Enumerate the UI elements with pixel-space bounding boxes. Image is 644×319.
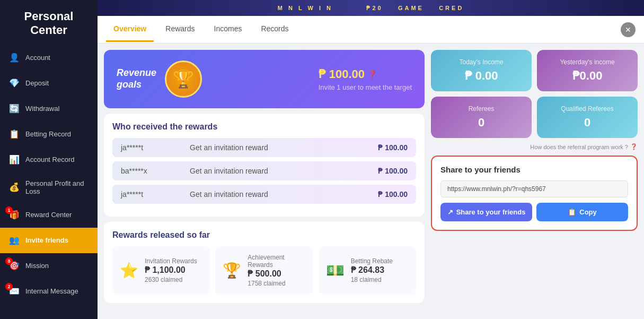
reward-card-claimed: 18 claimed [351, 276, 393, 283]
info-icon: ❓ [368, 70, 377, 79]
sidebar-item-internal-message[interactable]: 2✉️Internal Message [0, 279, 98, 304]
sidebar-label-account-record: Account Record [25, 156, 75, 163]
sidebar-label-betting-record: Betting Record [25, 130, 71, 138]
sidebar-item-reward-center[interactable]: 1🎁Reward Center [0, 202, 98, 228]
icon-account-record: 📊 [8, 154, 20, 166]
reward-card-label: Invitation Rewards [145, 257, 197, 265]
sidebar-label-internal-message: Internal Message [25, 287, 78, 295]
tab-records[interactable]: Records [253, 17, 296, 42]
ref-cards: Referees 0 Qualified Referees 0 [431, 97, 638, 138]
reward-card-claimed: 1758 claimed [248, 280, 305, 287]
rewards-rows: ja*****t Get an invitation reward ₱ 100.… [112, 138, 416, 204]
ref-card-referees: Referees 0 [431, 97, 532, 138]
sidebar-item-account-record[interactable]: 📊Account Record [0, 147, 98, 173]
sidebar-label-withdrawal: Withdrawal [25, 105, 59, 113]
sidebar-label-deposit: Deposit [25, 79, 49, 87]
icon-withdrawal: 🔄 [8, 103, 20, 115]
trophy-icon: 🏆 [165, 61, 202, 98]
left-column: Revenue goals 🏆 ₱ 100.00 ❓ Invite 1 user… [104, 50, 425, 303]
sidebar-label-personal-profit: Personal Profit and Loss [25, 179, 89, 195]
tab-rewards[interactable]: Rewards [158, 17, 202, 42]
share-buttons: ↗ Share to your friends 📋 Copy [440, 203, 628, 221]
reward-card-value: ₱ 264.83 [351, 265, 393, 275]
referral-link-text: How does the referral program work ? [530, 144, 628, 150]
copy-icon: 📋 [568, 208, 576, 216]
rewards-released-section: Rewards released so far ⭐ Invitation Rew… [104, 222, 425, 303]
invite-text: Invite 1 user to meet the target [319, 83, 412, 91]
reward-released-card-0: ⭐ Invitation Rewards ₱ 1,100.00 2630 cla… [112, 246, 210, 295]
ref-label: Referees [469, 105, 495, 113]
revenue-goals-card: Revenue goals 🏆 ₱ 100.00 ❓ Invite 1 user… [104, 50, 425, 108]
reward-released-card-2: 💵 Betting Rebate ₱ 264.83 18 claimed [319, 246, 416, 295]
revenue-title: Revenue goals [117, 67, 156, 90]
ref-card-qualified: Qualified Referees 0 [537, 97, 638, 138]
reward-card-info-1: Achievement Rewards ₱ 500.00 1758 claime… [248, 254, 305, 287]
reward-action: Get an invitation reward [190, 143, 378, 152]
reward-card-value: ₱ 500.00 [248, 269, 305, 279]
badge-internal-message: 2 [5, 283, 13, 290]
sidebar-label-invite-friends: Invite friends [25, 236, 68, 244]
table-row: ba*****x Get an invitation reward ₱ 100.… [112, 161, 416, 180]
icon-account: 👤 [8, 52, 20, 64]
reward-card-icon-0: ⭐ [120, 262, 138, 279]
banner-text: M N L W I N ₱20 GAME CRED [278, 5, 464, 12]
income-value: ₱0.00 [572, 69, 603, 83]
tab-overview[interactable]: Overview [106, 17, 154, 42]
badge-mission: 8 [5, 257, 13, 265]
referral-info-icon: ❓ [630, 143, 638, 150]
sidebar-navigation: 👤Account💎Deposit🔄Withdrawal📋Betting Reco… [0, 45, 98, 319]
ref-label: Qualified Referees [561, 105, 613, 113]
revenue-value: ₱ 100.00 [319, 67, 365, 81]
close-button[interactable]: ✕ [621, 22, 636, 37]
income-card-today: Today's Income ₱ 0.00 [431, 50, 532, 91]
sidebar-label-account: Account [25, 54, 50, 62]
badge-reward-center: 1 [5, 206, 13, 214]
reward-card-info-0: Invitation Rewards ₱ 1,100.00 2630 claim… [145, 257, 197, 283]
reward-amount: ₱ 100.00 [378, 167, 408, 175]
reward-cards: ⭐ Invitation Rewards ₱ 1,100.00 2630 cla… [112, 246, 416, 295]
reward-action: Get an invitation reward [190, 190, 378, 199]
reward-card-info-2: Betting Rebate ₱ 264.83 18 claimed [351, 257, 393, 283]
sidebar-item-personal-profit[interactable]: 💰Personal Profit and Loss [0, 173, 98, 202]
reward-card-icon-2: 💵 [326, 262, 345, 279]
reward-card-icon-1: 🏆 [223, 262, 241, 279]
sidebar-label-mission: Mission [25, 262, 49, 270]
top-banner: M N L W I N ₱20 GAME CRED [98, 0, 644, 16]
share-friends-button[interactable]: ↗ Share to your friends [440, 203, 532, 221]
sidebar-label-reward-center: Reward Center [25, 211, 72, 219]
sidebar-item-invite-friends[interactable]: 👥Invite friends [0, 228, 98, 253]
income-card-yesterday: Yesterday's income ₱0.00 [537, 50, 638, 91]
reward-card-value: ₱ 1,100.00 [145, 265, 197, 275]
table-row: ja*****t Get an invitation reward ₱ 100.… [112, 185, 416, 204]
income-label: Yesterday's income [560, 58, 614, 66]
sidebar-item-deposit[interactable]: 💎Deposit [0, 71, 98, 96]
reward-amount: ₱ 100.00 [378, 190, 408, 199]
share-icon: ↗ [447, 208, 453, 216]
rewards-heading: Who received the rewards [112, 122, 416, 132]
sidebar-item-mission[interactable]: 8🎯Mission [0, 253, 98, 279]
sidebar-title: Personal Center [0, 0, 98, 45]
sidebar-item-betting-record[interactable]: 📋Betting Record [0, 122, 98, 147]
reward-user: ba*****x [121, 167, 190, 175]
share-btn-label: Share to your friends [456, 208, 526, 216]
sidebar-item-account[interactable]: 👤Account [0, 45, 98, 71]
icon-betting-record: 📋 [8, 128, 20, 140]
copy-button[interactable]: 📋 Copy [536, 203, 628, 221]
table-row: ja*****t Get an invitation reward ₱ 100.… [112, 138, 416, 157]
reward-released-card-1: 🏆 Achievement Rewards ₱ 500.00 1758 clai… [215, 246, 313, 295]
icon-personal-profit: 💰 [8, 182, 20, 193]
reward-card-label: Betting Rebate [351, 257, 393, 265]
content-area: Revenue goals 🏆 ₱ 100.00 ❓ Invite 1 user… [98, 44, 644, 309]
rewards-section: Who received the rewards ja*****t Get an… [104, 114, 425, 217]
right-column: Today's Income ₱ 0.00 Yesterday's income… [431, 50, 638, 303]
referral-program-link[interactable]: How does the referral program work ? ❓ [431, 143, 638, 150]
reward-user: ja*****t [121, 143, 190, 152]
reward-card-label: Achievement Rewards [248, 254, 305, 269]
sidebar-item-withdrawal[interactable]: 🔄Withdrawal [0, 96, 98, 122]
reward-card-claimed: 2630 claimed [145, 276, 197, 283]
share-card-title: Share to your friends [440, 165, 628, 174]
tab-incomes[interactable]: Incomes [207, 17, 250, 42]
icon-deposit: 💎 [8, 77, 20, 89]
reward-action: Get an invitation reward [190, 167, 378, 175]
rewards-released-heading: Rewards released so far [112, 230, 416, 240]
